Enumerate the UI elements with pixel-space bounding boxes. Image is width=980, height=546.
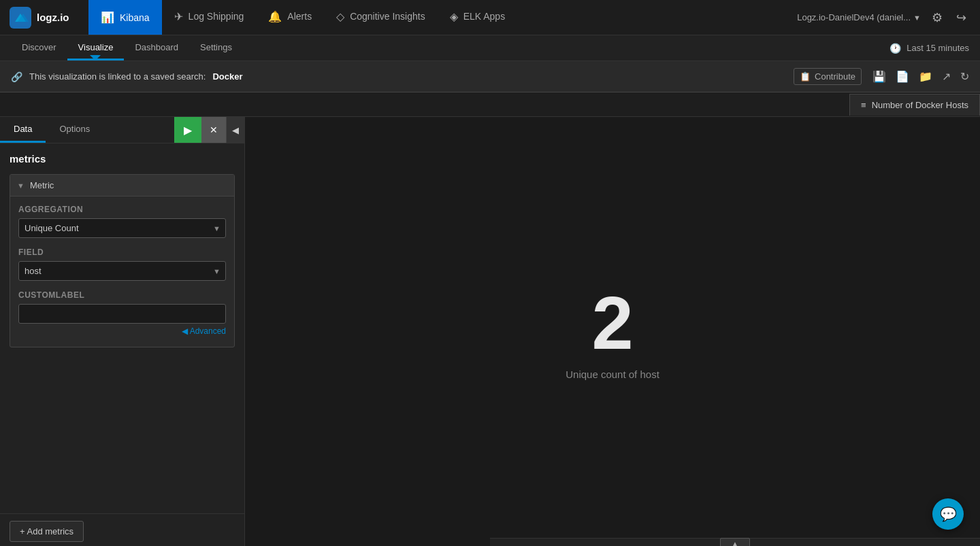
link-icon: 🔗 — [11, 71, 22, 82]
nav-item-alerts[interactable]: 🔔 Alerts — [256, 0, 324, 35]
metric-block: ▼ Metric Aggregation Unique Count Count … — [10, 174, 235, 347]
metric-sub-label: Unique count of host — [566, 369, 659, 380]
nav-item-cognitive-insights[interactable]: ◇ Cognitive Insights — [324, 0, 438, 35]
left-panel: Data Options ▶ ✕ ◀ metrics ▼ Metric Aggr… — [0, 117, 245, 546]
nav-items: 📊 Kibana ✈ Log Shipping 🔔 Alerts ◇ Cogni… — [88, 0, 797, 35]
chat-icon: 💬 — [940, 506, 957, 522]
nav-right: Logz.io-DanielDev4 (daniel... ▼ ⚙ ↪ — [797, 7, 980, 28]
close-button[interactable]: ✕ — [201, 117, 226, 143]
collapse-button[interactable]: ◀ — [226, 117, 244, 143]
metric-value: 2 — [591, 286, 633, 360]
panel-content: metrics ▼ Metric Aggregation Unique Coun… — [0, 143, 244, 513]
advanced-toggle[interactable]: ◀ Advanced — [18, 324, 226, 339]
panel-footer: + Add metrics — [0, 513, 244, 546]
sub-nav-dashboard[interactable]: Dashboard — [124, 35, 189, 61]
folder-icon[interactable]: 📁 — [919, 70, 932, 83]
dropdown-chevron-icon: ▼ — [913, 14, 921, 22]
clock-icon: 🕐 — [889, 43, 901, 54]
panel-tabs: Data Options ▶ ✕ ◀ — [0, 117, 244, 143]
nav-item-log-shipping[interactable]: ✈ Log Shipping — [162, 0, 257, 35]
metric-collapse-icon: ▼ — [17, 182, 24, 190]
field-select-wrapper: host container image ▼ — [18, 261, 226, 281]
chat-bubble[interactable]: 💬 — [932, 498, 964, 530]
custom-label-label: CustomLabel — [18, 290, 226, 300]
nav-item-elk-apps[interactable]: ◈ ELK Apps — [438, 0, 518, 35]
bottom-scroll-bar: ▲ — [490, 538, 980, 546]
nav-item-kibana[interactable]: 📊 Kibana — [88, 0, 162, 35]
run-button[interactable]: ▶ — [174, 117, 201, 143]
field-select[interactable]: host container image — [18, 261, 226, 281]
elk-apps-icon: ◈ — [450, 10, 458, 23]
top-nav: logz.io 📊 Kibana ✈ Log Shipping 🔔 Alerts… — [0, 0, 980, 35]
toolbar-icons: 💾 📄 📁 ↗ ↻ — [872, 70, 969, 83]
contribute-button[interactable]: 📋 Contribute — [794, 68, 862, 85]
share-icon[interactable]: ↗ — [942, 70, 951, 83]
add-metrics-button[interactable]: + Add metrics — [10, 521, 84, 542]
load-icon[interactable]: 📄 — [896, 70, 909, 83]
viz-title: ≡ Number of Docker Hosts — [849, 94, 980, 116]
log-shipping-icon: ✈ — [174, 10, 183, 23]
cognitive-insights-icon: ◇ — [336, 10, 344, 23]
save-icon[interactable]: 💾 — [872, 70, 886, 83]
refresh-icon[interactable]: ↻ — [960, 70, 969, 83]
sub-nav: Discover Visualize Dashboard Settings 🕐 … — [0, 35, 980, 61]
sub-nav-discover[interactable]: Discover — [11, 35, 67, 61]
viz-title-icon: ≡ — [861, 100, 866, 110]
sub-nav-visualize[interactable]: Visualize — [67, 35, 125, 61]
settings-icon[interactable]: ⚙ — [929, 7, 945, 28]
scroll-up-button[interactable]: ▲ — [720, 538, 750, 546]
aggregation-select-wrapper: Unique Count Count Average Sum Min Max ▼ — [18, 218, 226, 238]
alerts-icon: 🔔 — [268, 10, 282, 23]
logzio-logo-icon — [10, 7, 31, 29]
kibana-icon: 📊 — [101, 11, 114, 24]
logo-text: logz.io — [37, 12, 69, 23]
info-banner-right: 📋 Contribute 💾 📄 📁 ↗ ↻ — [794, 68, 969, 85]
tab-data[interactable]: Data — [0, 117, 46, 143]
viz-panel: 2 Unique count of host ▲ — [245, 117, 980, 546]
main-layout: Data Options ▶ ✕ ◀ metrics ▼ Metric Aggr… — [0, 117, 980, 546]
logout-icon[interactable]: ↪ — [953, 7, 969, 28]
aggregation-select[interactable]: Unique Count Count Average Sum Min Max — [18, 218, 226, 238]
tab-options[interactable]: Options — [46, 117, 103, 143]
info-banner-left: 🔗 This visualization is linked to a save… — [11, 71, 242, 82]
section-title: metrics — [10, 153, 235, 165]
metric-inner: Aggregation Unique Count Count Average S… — [10, 197, 234, 347]
metric-header[interactable]: ▼ Metric — [10, 175, 234, 197]
viz-title-bar: ≡ Number of Docker Hosts — [0, 92, 980, 117]
field-label: Field — [18, 248, 226, 257]
logo-area: logz.io — [0, 7, 88, 29]
user-dropdown[interactable]: Logz.io-DanielDev4 (daniel... ▼ — [797, 12, 921, 22]
sub-nav-right: 🕐 Last 15 minutes — [889, 43, 969, 54]
aggregation-label: Aggregation — [18, 205, 226, 214]
sub-nav-settings[interactable]: Settings — [189, 35, 243, 61]
custom-label-input[interactable] — [18, 304, 226, 324]
info-banner: 🔗 This visualization is linked to a save… — [0, 61, 980, 92]
contribute-icon: 📋 — [800, 71, 811, 82]
